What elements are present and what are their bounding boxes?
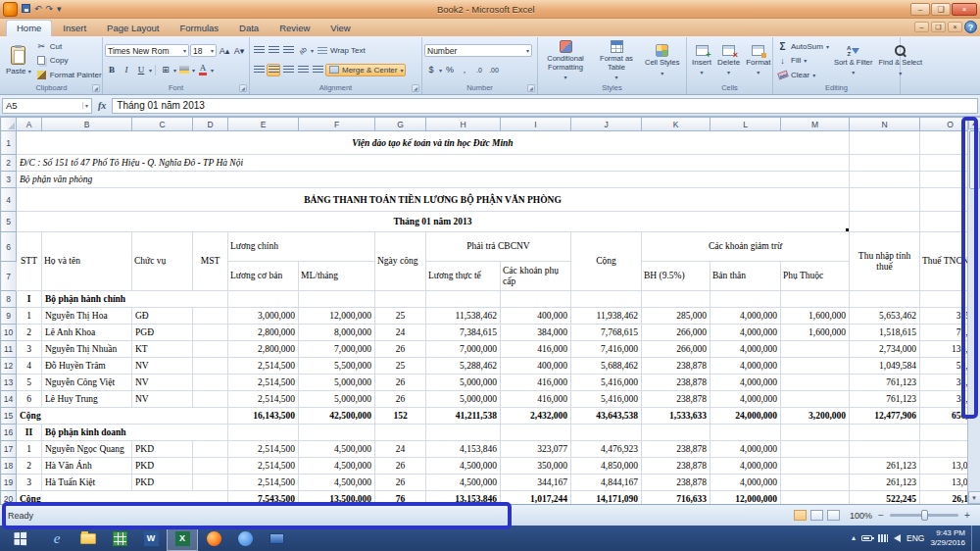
cell-A19[interactable]: 3	[17, 475, 42, 491]
borders-dropdown-icon[interactable]: ▾	[173, 67, 176, 74]
cell-B11[interactable]: Nguyễn Thị Nhuần	[42, 341, 132, 358]
font-size-select[interactable]: 18▾	[190, 44, 217, 57]
shrink-font-button[interactable]: A▾	[232, 44, 246, 57]
cell-J16[interactable]	[571, 425, 642, 441]
firefox-icon[interactable]	[198, 526, 229, 551]
cell-E15[interactable]: 16,143,500	[228, 408, 299, 425]
cell-F16[interactable]	[299, 425, 375, 441]
underline-button[interactable]: U	[134, 64, 148, 76]
cell-B19[interactable]: Hà Tuấn Kiệt	[42, 475, 132, 491]
cell-H18[interactable]: 4,500,000	[426, 458, 501, 475]
tab-formulas[interactable]: Formulas	[170, 21, 228, 36]
name-box-dropdown-icon[interactable]: ▾	[82, 102, 88, 109]
zoom-slider[interactable]	[890, 514, 958, 517]
cell-M9[interactable]: 1,600,000	[781, 308, 850, 325]
align-left-button[interactable]	[252, 64, 266, 76]
cell-header-stt[interactable]: STT	[17, 232, 42, 291]
help-button[interactable]: ?	[964, 21, 977, 33]
row-header-15[interactable]: 15	[1, 408, 17, 425]
cell-A16[interactable]: II	[17, 425, 42, 441]
row-header-6[interactable]: 6	[1, 232, 17, 262]
row-header-19[interactable]: 19	[1, 475, 17, 491]
redo-icon[interactable]: ↷	[46, 5, 54, 14]
undo-icon[interactable]: ↶	[34, 5, 42, 14]
orientation-button[interactable]: ab	[293, 41, 312, 60]
insert-cells-button[interactable]: Insert ▾	[689, 38, 714, 82]
cell-G18[interactable]: 26	[375, 458, 426, 475]
cell-G14[interactable]: 26	[375, 391, 426, 408]
cell-A14[interactable]: 6	[17, 391, 42, 408]
page-layout-view-button[interactable]	[810, 510, 823, 521]
col-header-b[interactable]: B	[42, 118, 132, 131]
cell-C11[interactable]: KT	[132, 341, 193, 358]
row-header-1[interactable]: 1	[1, 131, 17, 155]
cell-K8[interactable]	[642, 291, 710, 308]
col-header-f[interactable]: F	[299, 118, 375, 131]
comma-style-button[interactable]: ,	[458, 64, 471, 76]
cell-N3[interactable]	[850, 172, 920, 188]
col-header-j[interactable]: J	[571, 118, 642, 131]
increase-decimal-button[interactable]: .0	[472, 64, 486, 76]
minimize-button[interactable]: –	[910, 3, 930, 16]
cell-F9[interactable]: 12,000,000	[299, 308, 375, 325]
cell-L16[interactable]	[710, 425, 781, 441]
network-icon[interactable]	[878, 534, 888, 542]
cell-header-insurance[interactable]: BH (9.5%)	[642, 262, 710, 291]
cell-B10[interactable]: Lê Anh Khoa	[42, 325, 132, 341]
volume-icon[interactable]	[894, 534, 901, 542]
cell-L11[interactable]: 4,000,000	[710, 341, 781, 358]
cell-N12[interactable]: 1,049,584	[850, 358, 920, 375]
cell-C12[interactable]: NV	[132, 358, 193, 375]
cell-header-taxable-income[interactable]: Thu nhập tính thuế	[850, 232, 920, 291]
cell-L8[interactable]	[710, 291, 781, 308]
cell-header-mst[interactable]: MST	[193, 232, 228, 291]
font-color-button[interactable]: A	[196, 64, 210, 76]
cell-header-allowances[interactable]: Các khoản phụ cấp	[501, 262, 571, 291]
cell-D13[interactable]	[193, 375, 228, 391]
cell-J19[interactable]: 4,844,167	[571, 475, 642, 491]
cell-M20[interactable]	[781, 491, 850, 505]
restore-button[interactable]: ❑	[931, 3, 951, 16]
formula-input[interactable]: Tháng 01 năm 2013	[112, 98, 978, 114]
cell-F13[interactable]: 5,000,000	[299, 375, 375, 391]
fill-button[interactable]: ↓Fill▾	[775, 54, 831, 67]
workbook-restore-button[interactable]: ❑	[931, 22, 946, 32]
increase-indent-button[interactable]	[311, 64, 324, 76]
cell-L20[interactable]: 12,000,000	[710, 491, 781, 505]
cell-I10[interactable]: 384,000	[501, 325, 571, 341]
dialog-launcher-icon[interactable]: ◢	[239, 84, 247, 92]
cell-H8[interactable]	[426, 291, 501, 308]
col-header-i[interactable]: I	[501, 118, 571, 131]
cell-N13[interactable]: 761,123	[850, 375, 920, 391]
cell-A9[interactable]: 1	[17, 308, 42, 325]
cell-G8[interactable]	[375, 291, 426, 308]
row-header-5[interactable]: 5	[1, 212, 17, 232]
cell-F20[interactable]: 13,500,000	[299, 491, 375, 505]
save-icon[interactable]	[22, 4, 30, 15]
cell-D17[interactable]	[193, 441, 228, 458]
cell-header-total[interactable]: Cộng	[571, 232, 642, 291]
battery-icon[interactable]	[861, 535, 872, 541]
cell-F12[interactable]: 5,500,000	[299, 358, 375, 375]
cell-E16[interactable]	[228, 425, 299, 441]
cell-department[interactable]: Bộ phận văn phòng	[17, 172, 850, 188]
cell-H16[interactable]	[426, 425, 501, 441]
show-desktop-button[interactable]	[971, 526, 976, 551]
cell-header-self[interactable]: Bản thân	[710, 262, 781, 291]
cell-G11[interactable]: 26	[375, 341, 426, 358]
cell-A13[interactable]: 5	[17, 375, 42, 391]
cell-L13[interactable]: 4,000,000	[710, 375, 781, 391]
cell-G16[interactable]	[375, 425, 426, 441]
cell-C13[interactable]: NV	[132, 375, 193, 391]
cell-D12[interactable]	[193, 358, 228, 375]
cell-J13[interactable]: 5,416,000	[571, 375, 642, 391]
cut-button[interactable]: ✂Cut	[34, 40, 104, 53]
cell-K10[interactable]: 266,000	[642, 325, 710, 341]
row-header-12[interactable]: 12	[1, 358, 17, 375]
cell-I11[interactable]: 416,000	[501, 341, 571, 358]
cell-N19[interactable]: 261,123	[850, 475, 920, 491]
cell-J9[interactable]: 11,938,462	[571, 308, 642, 325]
cell-M11[interactable]	[781, 341, 850, 358]
cell-I16[interactable]	[501, 425, 571, 441]
normal-view-button[interactable]	[794, 510, 807, 521]
